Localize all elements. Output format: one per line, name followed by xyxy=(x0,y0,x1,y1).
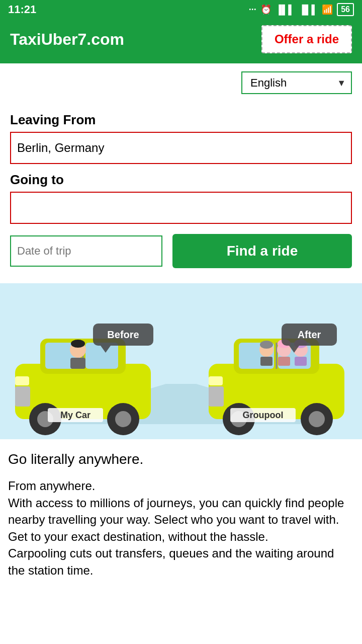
svg-rect-11 xyxy=(15,376,29,385)
svg-rect-13 xyxy=(15,386,30,407)
signal2-icon: ▐▌▌ xyxy=(299,5,318,15)
battery-icon: 56 xyxy=(337,3,354,16)
status-icons: ··· ⏰ ▐▌▌ ▐▌▌ 📶 56 xyxy=(249,3,354,16)
app-title: TaxiUber7.com xyxy=(10,30,124,49)
svg-rect-31 xyxy=(209,386,224,407)
action-row: Find a ride xyxy=(0,224,362,273)
search-form: Leaving From Going to xyxy=(0,99,362,224)
svg-rect-29 xyxy=(209,376,223,385)
alarm-icon: ⏰ xyxy=(260,4,272,15)
leaving-from-input[interactable] xyxy=(10,132,352,164)
offer-ride-button[interactable]: Offer a ride xyxy=(261,25,352,53)
tagline: Go literally anywhere. xyxy=(8,451,354,467)
going-to-label: Going to xyxy=(10,172,352,188)
going-to-input[interactable] xyxy=(10,192,352,224)
wifi-icon: 📶 xyxy=(322,4,333,15)
body-text: From anywhere. With access to millions o… xyxy=(8,477,354,579)
language-row: English Deutsch Français Español xyxy=(0,63,362,99)
before-label: Before xyxy=(107,329,139,340)
my-car-label: My Car xyxy=(60,410,90,420)
svg-point-28 xyxy=(309,411,325,427)
language-select[interactable]: English Deutsch Français Español xyxy=(241,71,352,94)
svg-rect-34 xyxy=(260,357,273,366)
status-bar: 11:21 ··· ⏰ ▐▌▌ ▐▌▌ 📶 56 xyxy=(0,0,362,19)
promo-content: Go literally anywhere. From anywhere. Wi… xyxy=(0,439,362,589)
leaving-from-label: Leaving From xyxy=(10,112,352,128)
date-input[interactable] xyxy=(10,235,162,267)
carpooling-illustration: My Car Before Groupool xyxy=(0,283,362,439)
app-header: TaxiUber7.com Offer a ride xyxy=(0,19,362,63)
dots-icon: ··· xyxy=(249,5,256,15)
svg-rect-37 xyxy=(278,357,290,366)
language-wrapper: English Deutsch Français Español xyxy=(241,71,352,94)
svg-point-10 xyxy=(115,411,131,427)
signal-icon: ▐▌▌ xyxy=(276,5,295,15)
status-time: 11:21 xyxy=(8,3,36,16)
find-ride-button[interactable]: Find a ride xyxy=(172,234,352,268)
illustration-svg: My Car Before Groupool xyxy=(0,283,362,439)
svg-rect-16 xyxy=(70,358,85,369)
svg-rect-40 xyxy=(295,357,307,366)
svg-point-35 xyxy=(260,341,273,349)
after-label: After xyxy=(298,329,321,340)
svg-point-17 xyxy=(71,340,85,348)
groupool-label: Groupool xyxy=(243,410,284,420)
